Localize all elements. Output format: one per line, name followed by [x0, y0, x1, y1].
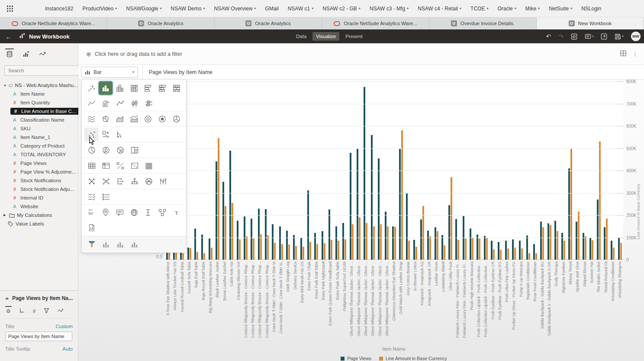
bar[interactable]: [371, 135, 373, 260]
bar[interactable]: [557, 231, 558, 260]
bar[interactable]: [399, 148, 401, 260]
chart-type-option-bar[interactable]: [99, 81, 113, 95]
legend-entry[interactable]: Page Views: [341, 356, 371, 361]
chart-type-option-map[interactable]: [99, 206, 113, 219]
bar[interactable]: [331, 240, 332, 260]
chart-type-option-horizontal-100-percent-stacked-bar[interactable]: [169, 81, 184, 95]
bar[interactable]: [265, 209, 267, 260]
bar[interactable]: [194, 229, 196, 260]
bar[interactable]: [415, 247, 417, 260]
bar[interactable]: [592, 240, 593, 260]
bar[interactable]: [316, 244, 318, 260]
bar[interactable]: [429, 236, 431, 260]
field-item[interactable]: AItem Name: [0, 90, 78, 98]
chart-type-option-stacked-area[interactable]: [127, 112, 141, 126]
chart-type-option-tile[interactable]: 50: [84, 206, 99, 219]
bookmark-item[interactable]: NSAW c1▾: [288, 6, 314, 12]
save-icon[interactable]: ▾: [615, 33, 624, 40]
chart-type-option-diagonal-matrix[interactable]: [113, 159, 127, 172]
bar[interactable]: [613, 248, 615, 260]
chart-type-option-grouped-scatter[interactable]: [113, 128, 127, 141]
bar[interactable]: [244, 216, 245, 260]
chart-type-option-combo[interactable]: [99, 97, 113, 110]
mode-tab-visualize[interactable]: Visualize: [312, 32, 339, 41]
redo-icon[interactable]: ↷: [558, 33, 564, 40]
chart-type-option-canvas-page[interactable]: [84, 221, 99, 234]
bar[interactable]: [267, 235, 269, 260]
chart-type-option-radar[interactable]: [99, 112, 113, 126]
chart-type-option-stacked-bar[interactable]: [113, 81, 127, 95]
chart-type-select[interactable]: Bar ▾: [81, 67, 138, 78]
expander-icon[interactable]: ▶: [3, 213, 7, 217]
chart-type-option-tree-diagram[interactable]: [127, 174, 142, 188]
insert-grid-icon[interactable]: [620, 50, 626, 58]
bar[interactable]: [201, 235, 203, 260]
chart-type-option-pivot-table[interactable]: [99, 159, 113, 172]
bar[interactable]: [232, 203, 233, 260]
bar[interactable]: [300, 238, 302, 260]
bar[interactable]: [505, 241, 507, 260]
browser-tab[interactable]: Oracle NetSuite Analytics Ware...: [322, 17, 429, 29]
bar[interactable]: [338, 241, 339, 260]
bar[interactable]: [387, 226, 389, 260]
bar[interactable]: [451, 177, 452, 260]
legend-entry[interactable]: Line Amount in Base Currency: [379, 356, 447, 361]
axis-settings-tab[interactable]: [19, 306, 25, 315]
mode-tab-present[interactable]: Present: [342, 32, 366, 41]
bar[interactable]: [491, 241, 493, 260]
bar[interactable]: [295, 246, 297, 260]
bookmark-item[interactable]: NSAW Overview▾: [214, 6, 256, 12]
canvas-notes-icon[interactable]: ▾: [585, 33, 594, 40]
bar[interactable]: [187, 248, 189, 260]
title-tooltip-value[interactable]: Auto: [62, 346, 73, 351]
bar[interactable]: [465, 239, 467, 260]
bar[interactable]: [427, 231, 429, 260]
bar[interactable]: [463, 216, 464, 260]
field-item[interactable]: #Item Quantity: [0, 98, 78, 107]
bookmark-item[interactable]: Instance182: [45, 6, 73, 12]
bar[interactable]: [472, 238, 473, 260]
expander-icon[interactable]: ▼: [3, 84, 6, 87]
bar[interactable]: [420, 219, 422, 260]
chart-type-option-donut[interactable]: [99, 143, 113, 157]
bar[interactable]: [554, 221, 556, 260]
menu-dots-icon[interactable]: ⋮: [632, 51, 638, 57]
bar[interactable]: [342, 223, 344, 260]
chart-type-option-boxplot[interactable]: [127, 97, 142, 110]
refresh-data-icon[interactable]: [571, 33, 577, 40]
bar[interactable]: [561, 233, 563, 260]
bar[interactable]: [373, 226, 375, 260]
chart-type-option-custom-viz-2[interactable]: [113, 237, 127, 251]
chart-type-option-auto-visualization[interactable]: [84, 81, 99, 95]
bar[interactable]: [519, 241, 521, 260]
chart-type-option-treemap[interactable]: [127, 143, 142, 157]
chart-type-option-horizontal-boxplot[interactable]: [142, 97, 156, 110]
bar[interactable]: [286, 231, 288, 260]
bar[interactable]: [620, 243, 622, 260]
bar[interactable]: [408, 241, 410, 260]
field-item[interactable]: ACategory of Product: [0, 142, 78, 150]
bar[interactable]: [583, 233, 584, 260]
bar[interactable]: [350, 153, 351, 260]
chart-type-option-range-gauge[interactable]: [141, 206, 155, 219]
bar[interactable]: [547, 223, 549, 260]
bar[interactable]: [324, 243, 325, 260]
field-item[interactable]: #Stock Notifications: [0, 176, 78, 185]
chart-type-option-dendrogram[interactable]: [113, 174, 127, 188]
chart-type-option-filled-gauge[interactable]: [155, 112, 170, 126]
bar[interactable]: [589, 238, 591, 260]
bar[interactable]: [435, 227, 436, 260]
field-item[interactable]: #Internal ID: [0, 193, 78, 202]
analytics-tab[interactable]: [39, 48, 46, 59]
bar[interactable]: [437, 231, 438, 260]
bar[interactable]: [211, 248, 213, 260]
chart-type-option-100-percent-stacked-bar[interactable]: [127, 81, 141, 95]
bar[interactable]: [479, 239, 480, 260]
bar[interactable]: [597, 200, 599, 260]
bookmark-item[interactable]: NSLogin: [581, 6, 601, 12]
bar[interactable]: [293, 235, 295, 260]
chart-type-option-scatter-matrix[interactable]: [127, 159, 142, 172]
chart-type-option-custom-funnel[interactable]: [84, 237, 99, 251]
dataset-root-item[interactable]: ▼NS - Web Analytics Mashu...: [0, 81, 78, 90]
chart-type-option-rose[interactable]: [113, 143, 127, 157]
